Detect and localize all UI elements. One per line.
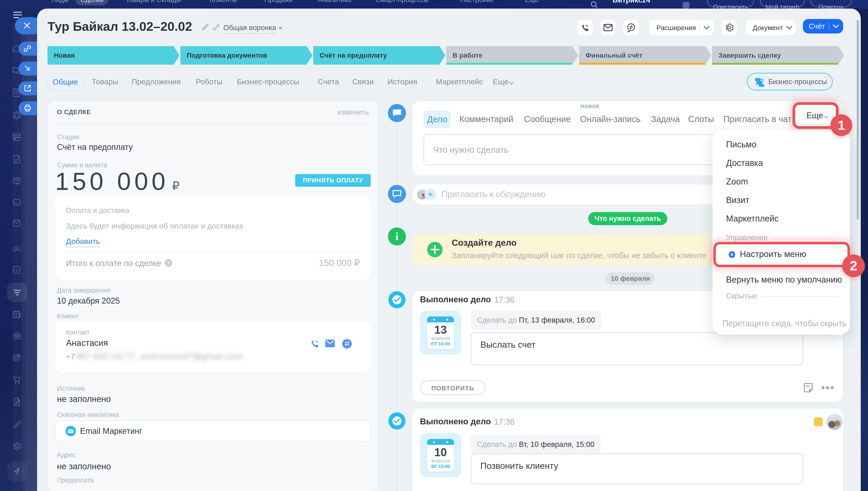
svg-text:?: ? [167, 260, 170, 266]
